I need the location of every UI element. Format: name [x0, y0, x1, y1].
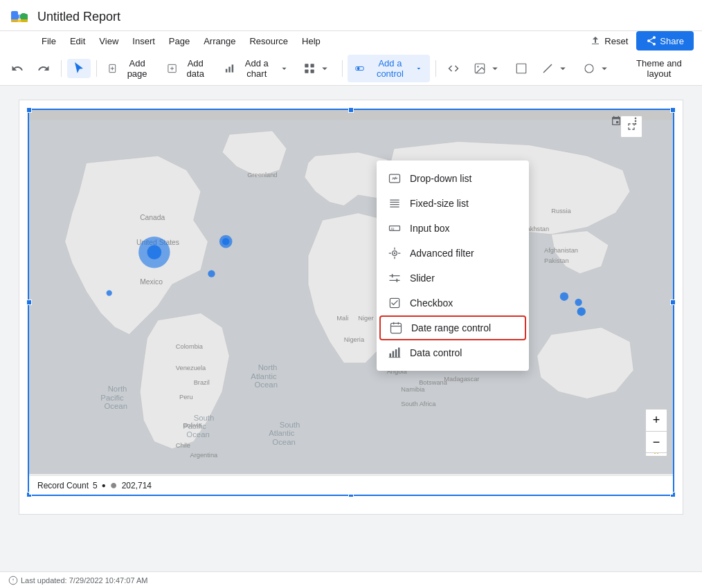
svg-point-67 [147, 245, 162, 259]
svg-rect-7 [11, 19, 28, 22]
svg-text:Niger: Niger [358, 315, 373, 322]
svg-point-71 [107, 290, 112, 295]
menu-page[interactable]: Page [163, 33, 195, 49]
svg-text:Afghanistan: Afghanistan [544, 247, 578, 254]
dropdown-list-option[interactable]: Drop-down list [377, 166, 529, 191]
shape-button[interactable] [577, 59, 616, 78]
menu-arrange[interactable]: Arrange [198, 33, 241, 49]
svg-point-70 [208, 270, 215, 277]
svg-text:Ocean: Ocean [272, 438, 295, 446]
control-icon [354, 62, 365, 75]
handle-top-right[interactable] [670, 107, 676, 113]
menu-view[interactable]: View [93, 33, 124, 49]
image-button[interactable] [468, 59, 507, 78]
divider-3 [342, 60, 343, 77]
slider-option[interactable]: Slider [377, 266, 529, 291]
undo-button[interactable] [6, 59, 29, 78]
svg-rect-86 [391, 323, 402, 333]
svg-rect-88 [393, 351, 395, 358]
svg-text:Ocean: Ocean [105, 402, 127, 410]
share-icon [646, 35, 657, 46]
svg-point-74 [577, 307, 586, 315]
handle-top-center[interactable] [348, 107, 354, 113]
svg-point-18 [357, 67, 360, 70]
data-control-label: Data control [410, 347, 462, 358]
checkbox-label: Checkbox [410, 297, 453, 309]
menu-file[interactable]: File [36, 33, 62, 49]
handle-mid-left[interactable] [26, 300, 32, 305]
map-chart[interactable]: North Pacific Ocean North Atlantic Ocean… [28, 109, 674, 496]
undo-icon [11, 62, 24, 75]
add-layout-button[interactable] [298, 59, 336, 78]
svg-rect-13 [305, 64, 308, 67]
reset-icon [589, 35, 602, 47]
svg-point-73 [575, 299, 582, 306]
svg-text:Venezuela: Venezuela [176, 365, 206, 371]
handle-top-left[interactable] [26, 107, 32, 113]
svg-text:Colombia: Colombia [176, 343, 204, 350]
add-page-button[interactable]: Add page [102, 55, 159, 82]
select-button[interactable] [67, 59, 91, 78]
svg-text:Greenland: Greenland [247, 172, 277, 178]
svg-text:South: South [280, 421, 300, 429]
date-range-label: Date range control [411, 322, 491, 333]
frame-button[interactable] [510, 59, 533, 78]
layout-chevron-icon [318, 62, 331, 75]
share-button[interactable]: Share [636, 31, 694, 50]
svg-text:AI: AI [390, 227, 395, 231]
zoom-in-button[interactable]: + [645, 409, 667, 431]
menu-resource[interactable]: Resource [244, 33, 294, 49]
bullet-large: ● [110, 478, 118, 493]
add-page-icon [108, 62, 118, 75]
svg-text:Mexico: Mexico [140, 278, 163, 286]
reset-button[interactable]: Reset [584, 31, 633, 50]
svg-point-72 [560, 293, 568, 301]
svg-rect-89 [395, 349, 397, 358]
menu-edit[interactable]: Edit [64, 33, 91, 49]
input-box-icon: AI [388, 221, 402, 235]
svg-text:South Africa: South Africa [401, 401, 436, 407]
svg-rect-16 [310, 70, 314, 73]
advanced-filter-label: Advanced filter [410, 248, 474, 259]
frame-icon [515, 62, 528, 75]
data-control-option[interactable]: Data control [377, 340, 529, 365]
menu-insert[interactable]: Insert [127, 33, 161, 49]
slider-icon [388, 271, 402, 285]
fixed-size-list-option[interactable]: Fixed-size list [377, 191, 529, 216]
svg-text:Namibia: Namibia [401, 386, 425, 393]
world-map-svg: North Pacific Ocean North Atlantic Ocean… [29, 110, 673, 495]
code-button[interactable] [442, 59, 465, 78]
zoom-out-button[interactable]: − [645, 431, 667, 453]
input-box-label: Input box [410, 223, 450, 234]
menu-help[interactable]: Help [296, 33, 326, 49]
svg-text:North: North [258, 363, 278, 371]
redo-button[interactable] [32, 59, 55, 78]
svg-point-82 [394, 252, 396, 255]
add-data-button[interactable]: Add data [161, 55, 216, 82]
add-control-button[interactable]: Add a control [348, 55, 430, 82]
cursor-icon [73, 62, 85, 75]
theme-layout-button[interactable]: Theme and layout [622, 55, 696, 82]
divider-4 [435, 60, 436, 77]
svg-text:Ocean: Ocean [255, 380, 278, 389]
handle-mid-right[interactable] [670, 300, 676, 305]
add-chart-button[interactable]: Add a chart [219, 55, 295, 82]
date-range-control-option[interactable]: Date range control [379, 315, 526, 340]
layout-icon [303, 62, 316, 75]
svg-point-20 [477, 66, 478, 67]
line-chevron-icon [557, 62, 569, 75]
record-count-number: 202,714 [122, 481, 152, 490]
line-button[interactable] [536, 59, 575, 78]
checkbox-option[interactable]: Checkbox [377, 291, 529, 315]
advanced-filter-icon [388, 246, 402, 260]
pin-icon[interactable] [608, 113, 624, 129]
date-range-icon [389, 321, 403, 335]
svg-text:Ocean: Ocean [186, 430, 209, 439]
advanced-filter-option[interactable]: Advanced filter [377, 241, 529, 266]
svg-rect-90 [398, 348, 400, 358]
more-options-icon[interactable] [627, 113, 644, 129]
app-logo [8, 6, 30, 28]
input-box-option[interactable]: AI Input box [377, 216, 529, 241]
menu-bar: File Edit View Insert Page Arrange Resou… [0, 31, 702, 52]
svg-text:Brazil: Brazil [194, 379, 210, 386]
